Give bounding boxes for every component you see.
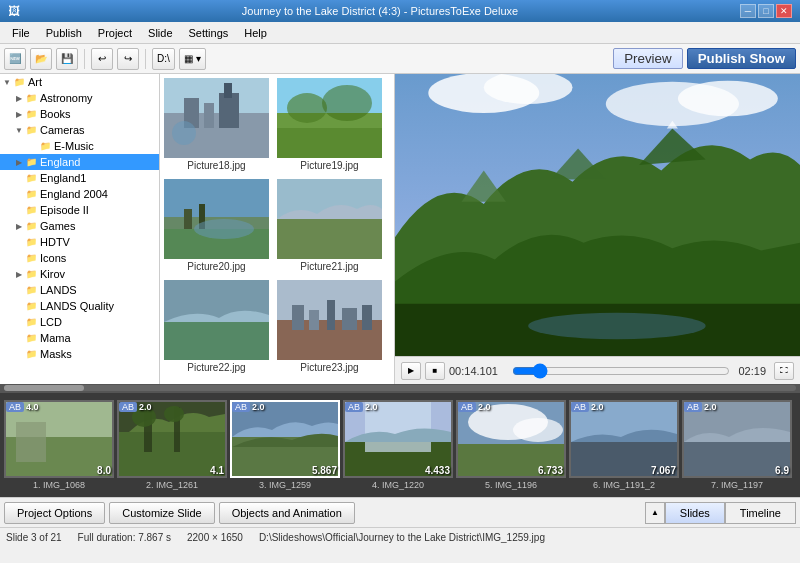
svg-rect-24	[292, 305, 304, 330]
file-tree[interactable]: ▼ 📁 Art ▶ 📁 Astronomy ▶ 📁 Books ▼ 📁 Came…	[0, 74, 160, 384]
menu-publish[interactable]: Publish	[38, 25, 90, 41]
tree-item-lands-quality[interactable]: 📁 LANDS Quality	[0, 298, 159, 314]
file-thumb-21[interactable]: Picture21.jpg	[277, 179, 382, 272]
slides-tab[interactable]: Slides	[665, 502, 725, 524]
slide-badge-1: AB 4.0	[6, 402, 39, 412]
toolbar-save[interactable]: 💾	[56, 48, 78, 70]
expand-icon-books: ▶	[14, 110, 24, 119]
objects-animation-button[interactable]: Objects and Animation	[219, 502, 355, 524]
file-thumb-22[interactable]: Picture22.jpg	[164, 280, 269, 373]
preview-area: ▶ ■ 00:14.101 02:19 ⛶	[395, 74, 800, 384]
folder-icon-england: 📁	[24, 155, 38, 169]
time-end: 02:19	[738, 365, 766, 377]
tree-item-hdtv[interactable]: 📁 HDTV	[0, 234, 159, 250]
toolbar-new[interactable]: 🆕	[4, 48, 26, 70]
tree-item-kirov[interactable]: ▶ 📁 Kirov	[0, 266, 159, 282]
thumb-image-22	[164, 280, 269, 360]
toolbar-drive-label: D:\	[152, 48, 175, 70]
minimize-button[interactable]: ─	[740, 4, 756, 18]
file-thumb-20[interactable]: Picture20.jpg	[164, 179, 269, 272]
thumb-label-18: Picture18.jpg	[187, 160, 245, 171]
tree-item-lands[interactable]: 📁 LANDS	[0, 282, 159, 298]
file-thumb-19[interactable]: Picture19.jpg	[277, 78, 382, 171]
slide-strip[interactable]: AB 4.0 8.0 1. IMG_1068 AB	[0, 392, 800, 497]
project-options-button[interactable]: Project Options	[4, 502, 105, 524]
expand-icon-england: ▶	[14, 158, 24, 167]
slide-badge-5: AB 2.0	[458, 402, 491, 412]
svg-point-6	[172, 121, 196, 145]
expand-icon-kirov: ▶	[14, 270, 24, 279]
slide-badge-6: AB 2.0	[571, 402, 604, 412]
toolbar-redo[interactable]: ↪	[117, 48, 139, 70]
tree-item-icons[interactable]: 📁 Icons	[0, 250, 159, 266]
menu-file[interactable]: File	[4, 25, 38, 41]
slide-duration-3: 5.867	[312, 465, 337, 476]
svg-point-17	[194, 219, 254, 239]
folder-icon-art: 📁	[12, 75, 26, 89]
tree-item-england2004[interactable]: 📁 England 2004	[0, 186, 159, 202]
slide-item-5[interactable]: AB 2.0 6.733 5. IMG_1196	[456, 400, 566, 490]
thumb-image-18	[164, 78, 269, 158]
slide-item-4[interactable]: AB 2.0 4.433 4. IMG_1220	[343, 400, 453, 490]
preview-button[interactable]: Preview	[613, 48, 682, 69]
slide-item-6[interactable]: AB 2.0 7.067 6. IMG_1191_2	[569, 400, 679, 490]
menu-project[interactable]: Project	[90, 25, 140, 41]
publish-button[interactable]: Publish Show	[687, 48, 796, 69]
svg-rect-3	[204, 103, 214, 128]
svg-rect-5	[224, 83, 232, 98]
svg-rect-15	[184, 209, 192, 229]
close-button[interactable]: ✕	[776, 4, 792, 18]
menu-settings[interactable]: Settings	[181, 25, 237, 41]
svg-point-35	[528, 313, 706, 340]
tree-item-emusic[interactable]: 📁 E-Music	[0, 138, 159, 154]
tree-item-cameras[interactable]: ▼ 📁 Cameras	[0, 122, 159, 138]
toolbar-view-toggle[interactable]: ▦ ▾	[179, 48, 206, 70]
slide-duration-7: 6.9	[775, 465, 789, 476]
slide-item-1[interactable]: AB 4.0 8.0 1. IMG_1068	[4, 400, 114, 490]
thumb-image-20	[164, 179, 269, 259]
timeline-slider[interactable]	[512, 364, 730, 378]
file-thumb-18[interactable]: Picture18.jpg	[164, 78, 269, 171]
slide-tab-arrow[interactable]: ▲	[645, 502, 665, 524]
tree-item-lcd[interactable]: 📁 LCD	[0, 314, 159, 330]
tree-item-episode2[interactable]: 📁 Episode II	[0, 202, 159, 218]
slide-item-3[interactable]: AB 2.0 5.867 3. IMG_1259	[230, 400, 340, 490]
folder-icon-episode2: 📁	[24, 203, 38, 217]
strip-scrollbar-track[interactable]	[4, 385, 796, 391]
folder-icon-cameras: 📁	[24, 123, 38, 137]
slide-badge-3: AB 2.0	[232, 402, 265, 412]
customize-slide-button[interactable]: Customize Slide	[109, 502, 214, 524]
folder-icon-astronomy: 📁	[24, 91, 38, 105]
folder-icon-mama: 📁	[24, 331, 38, 345]
resolution-info: 2200 × 1650	[187, 532, 243, 543]
timeline-tab[interactable]: Timeline	[725, 502, 796, 524]
tree-item-books[interactable]: ▶ 📁 Books	[0, 106, 159, 122]
menu-help[interactable]: Help	[236, 25, 275, 41]
toolbar-undo[interactable]: ↩	[91, 48, 113, 70]
stop-button[interactable]: ■	[425, 362, 445, 380]
tree-item-masks[interactable]: 📁 Masks	[0, 346, 159, 362]
title-bar: 🖼 Journey to the Lake District (4:3) - P…	[0, 0, 800, 22]
tree-item-england1[interactable]: 📁 England1	[0, 170, 159, 186]
tree-item-astronomy[interactable]: ▶ 📁 Astronomy	[0, 90, 159, 106]
toolbar: 🆕 📂 💾 ↩ ↪ D:\ ▦ ▾ Preview Publish Show	[0, 44, 800, 74]
tree-item-mama[interactable]: 📁 Mama	[0, 330, 159, 346]
play-button[interactable]: ▶	[401, 362, 421, 380]
maximize-button[interactable]: □	[758, 4, 774, 18]
file-browser[interactable]: Picture18.jpg Picture19.jpg	[160, 74, 395, 384]
thumb-image-21	[277, 179, 382, 259]
menu-slide[interactable]: Slide	[140, 25, 180, 41]
tree-item-games[interactable]: ▶ 📁 Games	[0, 218, 159, 234]
slide-label-1: 1. IMG_1068	[4, 480, 114, 490]
slide-badge-7: AB 2.0	[684, 402, 717, 412]
time-current: 00:14.101	[449, 365, 504, 377]
strip-scrollbar-thumb[interactable]	[4, 385, 84, 391]
slide-item-2[interactable]: AB 2.0 4.1 2. IMG_1261	[117, 400, 227, 490]
fullscreen-button[interactable]: ⛶	[774, 362, 794, 380]
slide-item-7[interactable]: AB 2.0 6.9 7. IMG_1197	[682, 400, 792, 490]
file-thumb-23[interactable]: Picture23.jpg	[277, 280, 382, 373]
toolbar-open[interactable]: 📂	[30, 48, 52, 70]
tree-item-art[interactable]: ▼ 📁 Art	[0, 74, 159, 90]
tree-item-england[interactable]: ▶ 📁 England	[0, 154, 159, 170]
thumb-label-22: Picture22.jpg	[187, 362, 245, 373]
